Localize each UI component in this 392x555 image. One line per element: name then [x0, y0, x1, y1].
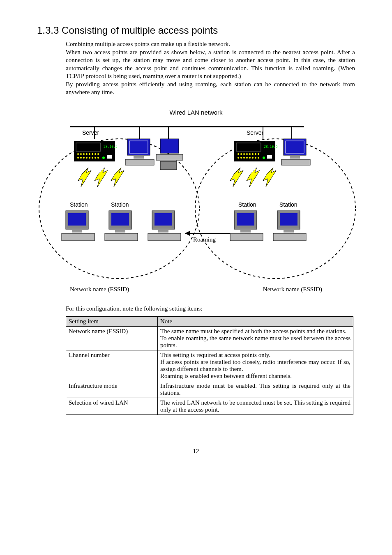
paragraph-1: Combining multiple access points can mak…	[66, 40, 355, 48]
setting-item: Infrastructure mode	[66, 381, 158, 398]
station-icon	[148, 211, 181, 241]
svg-point-41	[243, 153, 245, 155]
svg-point-25	[95, 157, 96, 159]
svg-point-15	[89, 153, 90, 155]
setting-note: This setting is required at access point…	[158, 350, 353, 381]
svg-point-17	[95, 153, 96, 155]
station-label: Station	[279, 201, 297, 208]
svg-rect-37	[236, 143, 261, 151]
wireless-icon	[78, 168, 124, 187]
svg-rect-34	[156, 154, 183, 160]
svg-rect-31	[134, 156, 144, 159]
svg-point-55	[263, 157, 265, 159]
station-icon	[62, 211, 95, 241]
svg-point-26	[97, 157, 99, 159]
settings-table: Setting item Note Network name (ESSID) T…	[66, 316, 353, 415]
table-intro: For this configuration, note the followi…	[66, 305, 355, 312]
svg-rect-30	[129, 141, 148, 153]
svg-point-48	[240, 157, 242, 159]
svg-point-45	[255, 153, 256, 155]
svg-rect-66	[111, 213, 129, 226]
svg-rect-72	[148, 233, 181, 241]
station-icon	[230, 211, 263, 241]
table-row: Selection of wired LAN The wired LAN net…	[66, 398, 353, 415]
server-label-right: Server	[247, 129, 264, 136]
svg-point-16	[92, 153, 93, 155]
svg-point-11	[77, 153, 79, 155]
svg-point-27	[102, 157, 105, 159]
ap-monitor-right	[281, 139, 310, 165]
svg-rect-71	[158, 230, 168, 233]
roaming-label: Roaming	[193, 236, 216, 243]
svg-point-52	[252, 157, 254, 159]
svg-point-40	[240, 153, 242, 155]
svg-point-22	[86, 157, 88, 159]
svg-rect-62	[68, 213, 86, 226]
table-header-note: Note	[158, 316, 353, 326]
svg-rect-79	[284, 230, 294, 233]
svg-rect-58	[286, 141, 304, 153]
table-row: Network name (ESSID) The same name must …	[66, 326, 353, 350]
table-row: Channel number This setting is required …	[66, 350, 353, 381]
svg-point-43	[249, 153, 251, 155]
essid-label-left: Network name (ESSID)	[70, 286, 129, 293]
svg-rect-70	[154, 213, 172, 226]
svg-rect-28	[107, 155, 112, 159]
svg-point-54	[258, 157, 259, 159]
diagram-svg: Server Server 28.10.5	[37, 118, 357, 283]
svg-rect-63	[72, 230, 82, 233]
server-icon-left: 28.10.5	[74, 141, 118, 161]
diagram-title: Wired LAN network	[37, 109, 355, 116]
svg-point-47	[238, 157, 239, 159]
svg-rect-74	[237, 213, 254, 226]
svg-point-53	[255, 157, 256, 159]
svg-point-14	[86, 153, 88, 155]
svg-rect-32	[125, 159, 154, 165]
svg-point-49	[243, 157, 245, 159]
svg-point-51	[249, 157, 251, 159]
paragraph-2: When two access points are provided as s…	[66, 48, 355, 81]
svg-text:28.10.5: 28.10.5	[264, 145, 278, 149]
svg-point-42	[246, 153, 248, 155]
wireless-icon	[230, 168, 276, 187]
svg-point-13	[83, 153, 85, 155]
setting-item: Channel number	[66, 350, 158, 381]
svg-rect-9	[76, 143, 101, 151]
svg-rect-35	[160, 161, 177, 170]
page-number: 12	[37, 448, 355, 455]
section-title: Consisting of multiple access points	[62, 25, 218, 36]
svg-rect-59	[290, 156, 300, 159]
svg-rect-64	[62, 233, 95, 241]
svg-point-24	[92, 157, 93, 159]
svg-point-19	[77, 157, 79, 159]
svg-point-18	[97, 153, 99, 155]
svg-point-39	[238, 153, 239, 155]
network-diagram: Wired LAN network Server Server 28.10.5	[37, 109, 355, 293]
table-row: Infrastructure mode Infrastructure mode …	[66, 381, 353, 398]
setting-note: Infrastructure mode must be enabled. Thi…	[158, 381, 353, 398]
svg-marker-82	[185, 231, 190, 236]
server-label-left: Server	[82, 129, 99, 136]
svg-point-44	[252, 153, 254, 155]
table-header-item: Setting item	[66, 316, 158, 326]
station-icon	[273, 211, 306, 241]
svg-rect-56	[267, 155, 272, 159]
setting-note: The wired LAN network to be connected mu…	[158, 398, 353, 415]
essid-label-right: Network name (ESSID)	[263, 286, 322, 293]
svg-point-12	[80, 153, 82, 155]
svg-rect-60	[281, 159, 310, 165]
station-label: Station	[70, 201, 88, 208]
svg-point-23	[89, 157, 90, 159]
tower-monitor	[156, 139, 183, 170]
ap-monitor-left	[125, 139, 154, 165]
svg-rect-76	[230, 233, 263, 241]
svg-text:28.10.5: 28.10.5	[104, 145, 118, 149]
svg-point-46	[258, 153, 259, 155]
station-icon	[105, 211, 138, 241]
svg-rect-68	[105, 233, 138, 241]
svg-rect-80	[273, 233, 306, 241]
svg-point-20	[80, 157, 82, 159]
svg-rect-67	[115, 230, 125, 233]
setting-item: Selection of wired LAN	[66, 398, 158, 415]
svg-point-21	[83, 157, 85, 159]
